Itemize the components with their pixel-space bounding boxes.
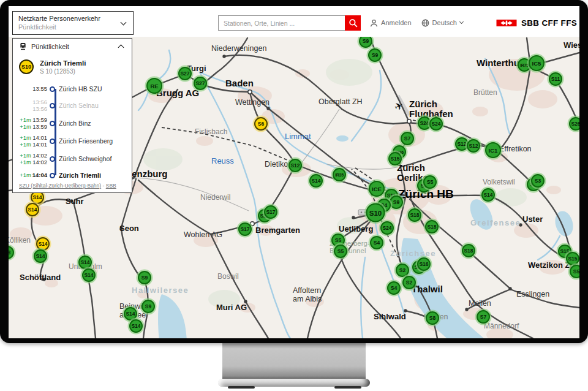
line-badge-s2[interactable]: S2 <box>402 276 416 289</box>
line-badge-s14[interactable]: S14 <box>36 237 50 251</box>
line-badge-s7[interactable]: S7 <box>401 132 414 145</box>
line-badge-s4[interactable]: S4 <box>387 281 401 295</box>
line-badge-s2[interactable]: S2 <box>396 264 409 277</box>
stop-row-z-rich-friesenberg: +1m+1m14:0114:01Zürich Friesenberg <box>19 132 132 150</box>
line-badge-s27[interactable]: S27 <box>194 77 207 90</box>
monitor-foot <box>334 386 361 389</box>
login-label: Anmelden <box>381 19 412 26</box>
line-badge-s9[interactable]: S9 <box>368 48 382 62</box>
stop-delays: +1m+1m <box>19 134 31 148</box>
line-badge-s14[interactable]: S14 <box>34 249 47 263</box>
search-input[interactable] <box>218 15 345 31</box>
stop-list: 13:55Zürich HB SZU13:5613:56Zürich Selna… <box>13 82 132 183</box>
stop-row-z-rich-schweighof: +1m+1m14:0214:02Zürich Schweighof <box>19 150 132 167</box>
line-badge-s8[interactable]: S8 <box>9 246 14 259</box>
line-badge-s12[interactable]: S12 <box>288 159 302 172</box>
train-service-number: S 10 (12853) <box>40 68 86 75</box>
line-badge-s24[interactable]: S24 <box>429 117 443 131</box>
line-badge-ic5[interactable]: IC5 <box>529 55 545 71</box>
line-badge-s7[interactable]: S7 <box>477 310 490 324</box>
line-badge-s3[interactable]: S3 <box>531 174 545 188</box>
line-badge-s9[interactable]: S9 <box>359 37 372 48</box>
train-name: Zürich Triemli <box>40 59 86 67</box>
line-badge-ice[interactable]: ICE <box>369 181 385 197</box>
dropdown-selected-value: Pünktlichkeit <box>18 23 121 32</box>
login-button[interactable]: Anmelden <box>370 19 412 27</box>
stop-times: 14:04 <box>31 172 47 178</box>
stop-times: 14:0214:02 <box>31 152 47 166</box>
train-icon <box>19 42 27 50</box>
timeline-node <box>47 86 57 92</box>
line-badge-s5[interactable]: S5 <box>334 245 347 258</box>
line-badge-s11[interactable]: S11 <box>549 72 562 86</box>
line-badge-ir35[interactable]: IR35 <box>333 168 346 181</box>
sbb-flag-icon <box>496 20 517 26</box>
timeline-node <box>47 173 57 178</box>
line-badge-s4[interactable]: S4 <box>370 236 383 249</box>
chevron-down-icon <box>121 19 127 25</box>
line-badge-s10[interactable]: S10 <box>366 203 385 222</box>
line-badge-s15[interactable]: S15 <box>566 252 579 265</box>
line-badge-s5[interactable]: S5 <box>423 175 437 189</box>
timeline-node <box>47 156 57 162</box>
stop-name: Zürich Selnau <box>57 102 99 109</box>
monitor-foot <box>228 386 255 389</box>
line-badge-s18[interactable]: S18 <box>425 220 439 233</box>
footer-separator: - <box>101 183 106 189</box>
stop-delays: +1m <box>19 172 31 178</box>
line-badge-s15[interactable]: S15 <box>388 152 402 165</box>
stop-times: 14:0114:01 <box>31 134 47 148</box>
train-summary: S10 Zürich Triemli S 10 (12853) <box>13 54 132 77</box>
line-badge-s24[interactable]: S24 <box>380 221 394 235</box>
line-badge-s12[interactable]: S12 <box>467 139 480 153</box>
globe-icon <box>421 19 429 27</box>
stop-name: Zürich Schweighof <box>57 155 111 162</box>
line-badge-s14[interactable]: S14 <box>129 319 143 333</box>
stop-name: Zürich Friesenberg <box>57 137 113 145</box>
line-badge-s14[interactable]: S14 <box>309 174 323 188</box>
line-badge-s5[interactable]: S5 <box>570 265 579 278</box>
line-badge-re[interactable]: RE <box>146 78 162 94</box>
chevron-up-icon <box>118 45 124 51</box>
sbb-link[interactable]: SBB <box>106 183 116 189</box>
language-label: Deutsch <box>432 19 457 26</box>
line-badge-s14[interactable]: S14 <box>481 188 495 202</box>
timeline-node <box>47 103 57 108</box>
panel-title: Pünktlichkeit <box>31 43 119 50</box>
panel-header[interactable]: Pünktlichkeit <box>13 39 132 54</box>
line-badge-s14[interactable]: S14 <box>78 256 92 269</box>
line-badge-s16[interactable]: S16 <box>417 257 431 271</box>
chevron-down-icon <box>459 20 464 24</box>
stop-row-z-rich-hb-szu: 13:55Zürich HB SZU <box>19 82 132 96</box>
map-layer-dropdown[interactable]: Netzkarte Personenverkehr Pünktlichkeit <box>12 11 134 35</box>
stop-delays: +1m+1m <box>19 152 31 166</box>
sbb-logo: SBB CFF FFS <box>496 18 577 28</box>
line-badge-s9[interactable]: S9 <box>141 300 155 313</box>
line-badge-s17[interactable]: S17 <box>238 222 252 236</box>
line-badge-s17[interactable]: S17 <box>264 205 277 219</box>
operator-link[interactable]: SZU (Sihltal-Zürich-Uetliberg-Bahn) <box>19 183 101 189</box>
line-badge-ic1[interactable]: IC1 <box>485 142 501 158</box>
line-badge-s9[interactable]: S9 <box>138 271 151 284</box>
line-badge-s18[interactable]: S18 <box>462 244 475 257</box>
line-badge-s14[interactable]: S14 <box>26 203 39 216</box>
line-badge-s9[interactable]: S9 <box>390 196 403 209</box>
line-badge-s27[interactable]: S27 <box>178 67 192 80</box>
line-badge-s14[interactable]: S14 <box>124 307 137 321</box>
timeline-node <box>47 121 57 126</box>
stop-delays: +1m+1m <box>19 116 31 131</box>
line-badge-s26[interactable]: S26 <box>569 117 579 131</box>
punctuality-panel: Pünktlichkeit S10 Zürich Triemli S 10 (1… <box>12 38 132 193</box>
desktop-mockup: NiederweningenTurgiWiesendangenWinterthu… <box>0 0 588 391</box>
user-icon <box>370 19 378 27</box>
dropdown-selected-category: Netzkarte Personenverkehr <box>18 15 121 23</box>
language-selector[interactable]: Deutsch <box>421 19 470 27</box>
line-badge-s18[interactable]: S18 <box>408 208 421 222</box>
line-badge-s6[interactable]: S6 <box>254 117 268 131</box>
stop-times: 13:5913:59 <box>31 116 47 131</box>
stop-name: Zürich HB SZU <box>57 85 102 93</box>
search-button[interactable] <box>345 15 361 31</box>
line-badge-s8[interactable]: S8 <box>426 311 439 325</box>
search-icon <box>349 18 358 28</box>
line-badge-s14[interactable]: S14 <box>82 268 96 282</box>
